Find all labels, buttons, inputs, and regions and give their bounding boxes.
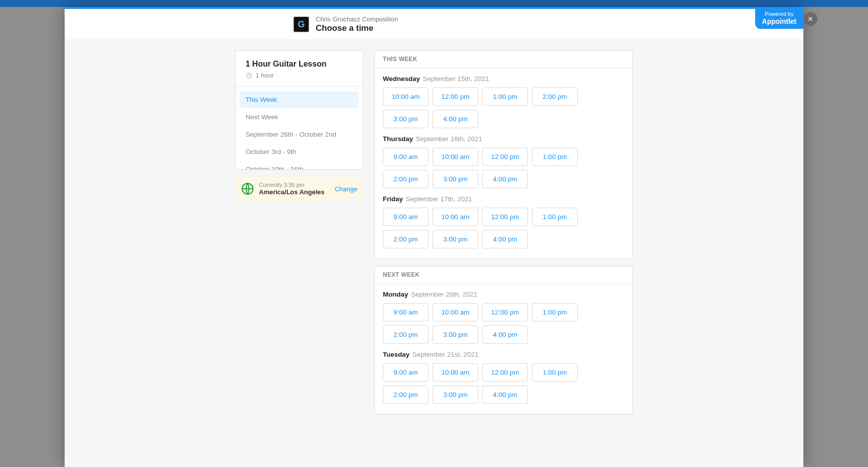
org-logo-letter: G (298, 19, 305, 30)
time-slot-button[interactable]: 1:00 pm (482, 87, 528, 106)
timezone-box: Currently 3:35 pm America/Los Angeles Ch… (235, 177, 363, 201)
time-slot-button[interactable]: 3:00 pm (433, 170, 478, 188)
time-slot-button[interactable]: 10:00 am (433, 303, 478, 321)
powered-by-brand: Appointlet (762, 17, 796, 26)
time-slot-button[interactable]: 10:00 am (433, 208, 478, 226)
powered-by-prefix: Powered by (762, 11, 796, 17)
day-label: Tuesday September 21st, 2021 (383, 351, 624, 358)
time-slot-button[interactable]: 3:00 pm (433, 230, 478, 248)
availability-day: Thursday September 16th, 20219:00 am10:0… (383, 135, 624, 188)
time-slot-button[interactable]: 3:00 pm (433, 386, 478, 404)
week-item[interactable]: October 10th - 16th (240, 161, 359, 169)
org-name: Chris Gruchacz Composition (316, 15, 398, 23)
day-label: Thursday September 16th, 2021 (383, 135, 624, 143)
week-item[interactable]: October 3rd - 9th (240, 144, 359, 160)
time-slot-button[interactable]: 4:00 pm (482, 230, 528, 248)
week-item[interactable]: This Week (240, 91, 359, 108)
day-date: September 20th, 2021 (409, 291, 477, 298)
time-slot-button[interactable]: 12:00 pm (482, 208, 528, 226)
availability-section: NEXT WEEKMonday September 20th, 20219:00… (374, 266, 633, 414)
timezone-current-time: Currently 3:35 pm (259, 182, 330, 188)
availability-day: Tuesday September 21st, 20219:00 am10:00… (383, 351, 624, 404)
time-slot-button[interactable]: 1:00 pm (532, 208, 578, 226)
time-slot-button[interactable]: 12:00 pm (433, 87, 478, 106)
powered-by-badge[interactable]: Powered by Appointlet (755, 9, 803, 29)
booking-modal: Powered by Appointlet G Chris Gruchacz C… (65, 7, 803, 467)
close-icon (807, 15, 814, 22)
week-item[interactable]: September 26th - October 2nd (240, 126, 359, 143)
day-date: September 16th, 2021 (414, 135, 482, 143)
week-list[interactable]: This WeekNext WeekSeptember 26th - Octob… (236, 86, 363, 169)
day-date: September 15th, 2021 (421, 75, 489, 82)
change-timezone-button[interactable]: Change (335, 185, 357, 193)
time-slot-button[interactable]: 9:00 am (383, 363, 429, 382)
time-slot-button[interactable]: 12:00 pm (482, 148, 528, 166)
section-body: Wednesday September 15th, 202110:00 am12… (374, 68, 633, 259)
time-slot-button[interactable]: 12:00 pm (482, 303, 528, 321)
availability-main: THIS WEEKWednesday September 15th, 20211… (374, 50, 633, 421)
section-body: Monday September 20th, 20219:00 am10:00 … (374, 283, 633, 414)
modal-header: G Chris Gruchacz Composition Choose a ti… (65, 9, 803, 40)
time-slot-button[interactable]: 2:00 pm (532, 87, 578, 106)
lesson-card: 1 Hour Guitar Lesson 1 hour This WeekNex… (235, 50, 363, 170)
time-slot-button[interactable]: 4:00 pm (433, 110, 478, 128)
time-slot-button[interactable]: 2:00 pm (383, 325, 429, 344)
availability-day: Friday September 17th, 20219:00 am10:00 … (383, 195, 624, 248)
day-label: Wednesday September 15th, 2021 (383, 75, 624, 82)
day-of-week: Thursday (383, 135, 413, 143)
time-slots: 9:00 am10:00 am12:00 pm1:00 pm2:00 pm3:0… (383, 208, 624, 248)
close-button[interactable] (803, 12, 817, 26)
time-slot-button[interactable]: 1:00 pm (532, 363, 578, 382)
time-slot-button[interactable]: 10:00 am (433, 148, 478, 166)
day-date: September 21st, 2021 (411, 351, 479, 358)
availability-day: Wednesday September 15th, 202110:00 am12… (383, 75, 624, 128)
time-slot-button[interactable]: 1:00 pm (532, 148, 578, 166)
globe-icon (241, 182, 254, 195)
lesson-duration: 1 hour (256, 72, 274, 79)
time-slot-button[interactable]: 9:00 am (383, 208, 429, 226)
time-slot-button[interactable]: 10:00 am (383, 87, 429, 106)
main-scroll-area[interactable]: 1 Hour Guitar Lesson 1 hour This WeekNex… (65, 40, 803, 467)
availability-section: THIS WEEKWednesday September 15th, 20211… (374, 50, 633, 259)
time-slots: 9:00 am10:00 am12:00 pm1:00 pm2:00 pm3:0… (383, 303, 624, 344)
timezone-name: America/Los Angeles (259, 188, 330, 196)
org-logo: G (293, 16, 310, 33)
time-slot-button[interactable]: 3:00 pm (383, 110, 429, 128)
time-slots: 9:00 am10:00 am12:00 pm1:00 pm2:00 pm3:0… (383, 363, 624, 404)
day-of-week: Tuesday (383, 351, 410, 358)
day-label: Monday September 20th, 2021 (383, 291, 624, 298)
day-date: September 17th, 2021 (404, 195, 472, 203)
availability-day: Monday September 20th, 20219:00 am10:00 … (383, 291, 624, 344)
time-slot-button[interactable]: 1:00 pm (532, 303, 578, 321)
time-slot-button[interactable]: 9:00 am (383, 303, 429, 321)
background-topbar (0, 0, 868, 7)
section-header: NEXT WEEK (374, 266, 633, 283)
clock-icon (246, 72, 253, 79)
section-header: THIS WEEK (374, 50, 633, 68)
day-of-week: Wednesday (383, 75, 420, 82)
day-label: Friday September 17th, 2021 (383, 195, 624, 203)
time-slots: 9:00 am10:00 am12:00 pm1:00 pm2:00 pm3:0… (383, 148, 624, 188)
time-slot-button[interactable]: 2:00 pm (383, 386, 429, 404)
time-slot-button[interactable]: 12:00 pm (482, 363, 528, 382)
time-slot-button[interactable]: 9:00 am (383, 148, 429, 166)
lesson-title: 1 Hour Guitar Lesson (246, 60, 353, 69)
time-slot-button[interactable]: 2:00 pm (383, 170, 429, 188)
week-item[interactable]: Next Week (240, 109, 359, 125)
day-of-week: Friday (383, 195, 403, 203)
time-slot-button[interactable]: 4:00 pm (482, 325, 528, 344)
time-slot-button[interactable]: 10:00 am (433, 363, 478, 382)
time-slot-button[interactable]: 4:00 pm (482, 170, 528, 188)
time-slot-button[interactable]: 4:00 pm (482, 386, 528, 404)
day-of-week: Monday (383, 291, 408, 298)
page-title: Choose a time (316, 23, 398, 33)
time-slot-button[interactable]: 3:00 pm (433, 325, 478, 344)
time-slots: 10:00 am12:00 pm1:00 pm2:00 pm3:00 pm4:0… (383, 87, 624, 128)
time-slot-button[interactable]: 2:00 pm (383, 230, 429, 248)
